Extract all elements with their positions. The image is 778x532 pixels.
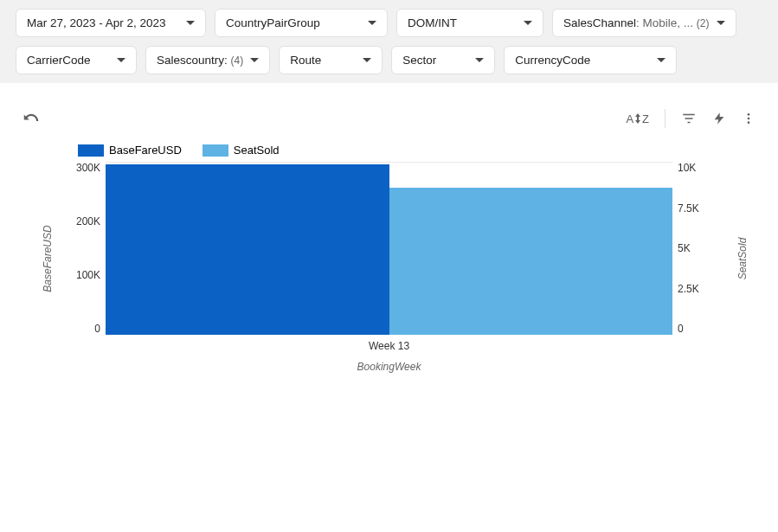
y-axis-right: 10K 7.5K 5K 2.5K 0 (678, 162, 714, 335)
filter-label: CarrierCode (27, 54, 91, 67)
filter-dom-int[interactable]: DOM/INT (396, 9, 543, 37)
legend-swatch (203, 144, 228, 157)
y-tick: 2.5K (678, 283, 699, 295)
more-icon[interactable] (742, 111, 755, 126)
y-tick: 5K (678, 242, 699, 254)
y-tick: 200K (76, 215, 100, 228)
y-axis-right-label: SeatSold (737, 237, 749, 279)
filter-sales-country-label: Salescountry: (157, 54, 228, 67)
chevron-down-icon (363, 58, 371, 63)
chevron-down-icon (657, 58, 665, 63)
legend-label: BaseFareUSD (109, 144, 182, 157)
y-tick: 0 (678, 323, 699, 335)
filter-label: Sector (402, 54, 436, 67)
y-axis-left: 300K 200K 100K 0 (64, 162, 100, 335)
filter-label-wrap: Salescountry: (4) (157, 54, 243, 67)
legend-swatch (78, 144, 104, 157)
filter-label: CurrencyCode (515, 54, 590, 67)
y-tick: 7.5K (678, 202, 699, 215)
svg-point-2 (748, 121, 750, 124)
chevron-down-icon (250, 58, 259, 63)
bar-basefare[interactable] (106, 164, 389, 335)
plot-area: 300K 200K 100K 0 10K 7.5K 5K 2.5K 0 (64, 162, 714, 335)
filter-date-range[interactable]: Mar 27, 2023 - Apr 2, 2023 (16, 9, 206, 37)
undo-icon[interactable] (23, 111, 40, 126)
legend-item-seatsold[interactable]: SeatSold (203, 144, 280, 157)
chart-bars (106, 162, 672, 335)
toolbar-divider (665, 109, 665, 128)
chevron-down-icon (117, 58, 125, 63)
filter-sales-channel-count: (2) (697, 17, 710, 29)
legend-label: SeatSold (234, 144, 280, 157)
filter-sector[interactable]: Sector (391, 46, 495, 74)
filter-sales-channel-label: SalesChannel (563, 16, 636, 29)
chevron-down-icon (475, 58, 484, 63)
lightning-icon[interactable] (712, 111, 726, 126)
svg-point-1 (748, 118, 750, 120)
filter-label: Route (290, 54, 321, 67)
filter-sales-country[interactable]: Salescountry: (4) (145, 46, 270, 74)
filter-sales-country-count: (4) (231, 54, 244, 67)
x-tick: Week 13 (369, 340, 409, 352)
chevron-down-icon (524, 21, 532, 26)
y-tick: 300K (76, 162, 100, 174)
svg-point-0 (748, 113, 750, 116)
legend-item-basefare[interactable]: BaseFareUSD (78, 144, 182, 157)
chart-wrapper: BaseFareUSD SeatSold BaseFareUSD SeatSol… (17, 144, 761, 373)
y-tick: 0 (94, 323, 100, 335)
filter-date-range-label: Mar 27, 2023 - Apr 2, 2023 (27, 16, 166, 29)
y-axis-left-label: BaseFareUSD (42, 225, 54, 292)
x-axis: Week 13 (106, 335, 672, 352)
x-axis-label: BookingWeek (52, 352, 726, 373)
chart-legend: BaseFareUSD SeatSold (52, 144, 726, 162)
filter-sales-channel-value: : Mobile, ... (636, 16, 693, 29)
chevron-down-icon (186, 21, 195, 26)
chevron-down-icon (717, 21, 725, 26)
filter-label-wrap: SalesChannel: Mobile, ... (2) (563, 16, 710, 29)
bar-seatsold[interactable] (389, 188, 673, 335)
y-tick: 10K (678, 162, 699, 174)
filter-bar: Mar 27, 2023 - Apr 2, 2023 CountryPairGr… (0, 0, 778, 83)
filter-carrier-code[interactable]: CarrierCode (16, 46, 137, 74)
filter-icon[interactable] (681, 111, 697, 126)
filter-country-pair-group[interactable]: CountryPairGroup (215, 9, 388, 37)
chart-toolbar: A Z (17, 109, 761, 144)
sort-icon[interactable]: A Z (626, 112, 649, 125)
filter-label: DOM/INT (408, 16, 457, 29)
filter-sales-channel[interactable]: SalesChannel: Mobile, ... (2) (552, 9, 736, 37)
filter-currency-code[interactable]: CurrencyCode (504, 46, 677, 74)
filter-route[interactable]: Route (279, 46, 383, 74)
y-tick: 100K (76, 269, 100, 281)
filter-label: CountryPairGroup (226, 16, 320, 29)
chevron-down-icon (368, 21, 376, 26)
chart-panel: A Z BaseFareUSD SeatSold BaseFareUSD (0, 83, 778, 390)
